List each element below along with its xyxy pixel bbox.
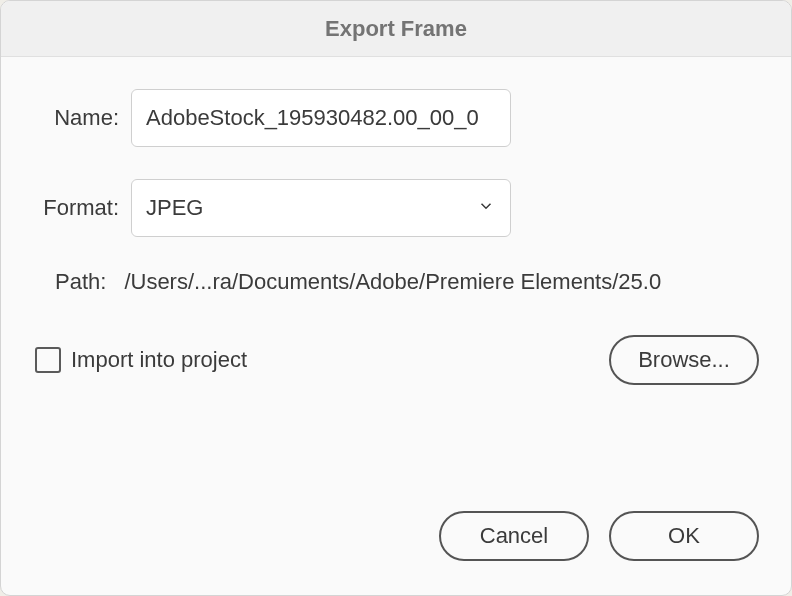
path-value: /Users/...ra/Documents/Adobe/Premiere El… — [124, 269, 661, 295]
dialog-title: Export Frame — [325, 16, 467, 42]
format-label: Format: — [31, 195, 131, 221]
browse-button[interactable]: Browse... — [609, 335, 759, 385]
export-frame-dialog: Export Frame Name: AdobeStock_195930482.… — [0, 0, 792, 596]
name-input[interactable]: AdobeStock_195930482.00_00_0 — [131, 89, 511, 147]
checkbox-browse-row: Import into project Browse... — [31, 335, 761, 385]
import-checkbox-label: Import into project — [71, 347, 247, 373]
ok-button[interactable]: OK — [609, 511, 759, 561]
name-input-value: AdobeStock_195930482.00_00_0 — [146, 105, 479, 131]
dialog-titlebar: Export Frame — [1, 1, 791, 57]
name-row: Name: AdobeStock_195930482.00_00_0 — [31, 89, 761, 147]
name-label: Name: — [31, 105, 131, 131]
dialog-content: Name: AdobeStock_195930482.00_00_0 Forma… — [1, 57, 791, 595]
path-label: Path: — [55, 269, 106, 295]
path-row: Path: /Users/...ra/Documents/Adobe/Premi… — [31, 269, 761, 295]
import-checkbox[interactable] — [35, 347, 61, 373]
format-select[interactable]: JPEG — [131, 179, 511, 237]
import-checkbox-wrapper[interactable]: Import into project — [35, 347, 247, 373]
dialog-button-row: Cancel OK — [31, 511, 761, 571]
format-row: Format: JPEG — [31, 179, 761, 237]
cancel-button[interactable]: Cancel — [439, 511, 589, 561]
format-select-value: JPEG — [131, 179, 511, 237]
